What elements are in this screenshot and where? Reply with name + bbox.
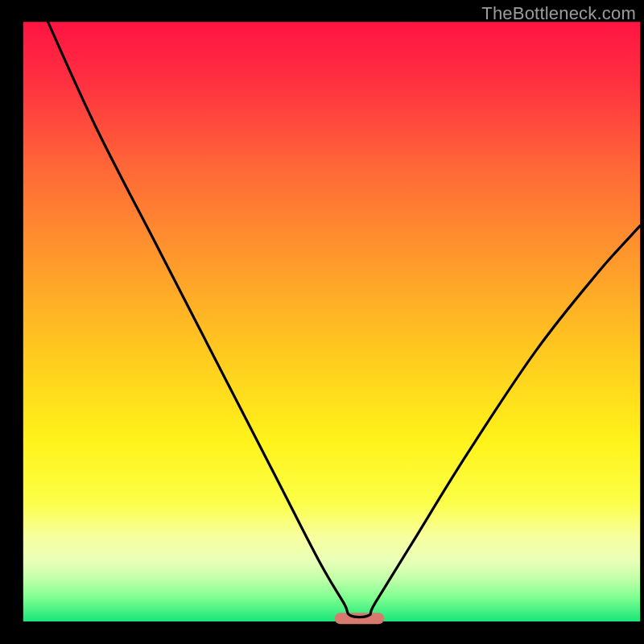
plot-background bbox=[23, 22, 640, 621]
watermark-text: TheBottleneck.com bbox=[481, 3, 636, 24]
chart-frame: TheBottleneck.com bbox=[0, 0, 644, 644]
optimal-marker bbox=[335, 613, 384, 624]
bottleneck-chart bbox=[0, 0, 644, 644]
